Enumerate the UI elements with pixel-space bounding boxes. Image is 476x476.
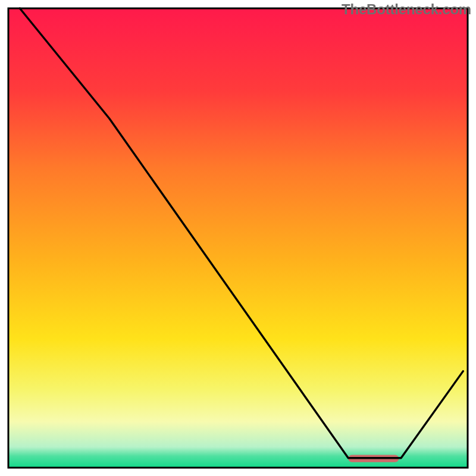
chart-background: [8, 8, 468, 468]
chart-container: TheBottleneck.com: [0, 0, 476, 476]
chart-plot: [0, 0, 476, 476]
chart-svg: [0, 0, 476, 476]
